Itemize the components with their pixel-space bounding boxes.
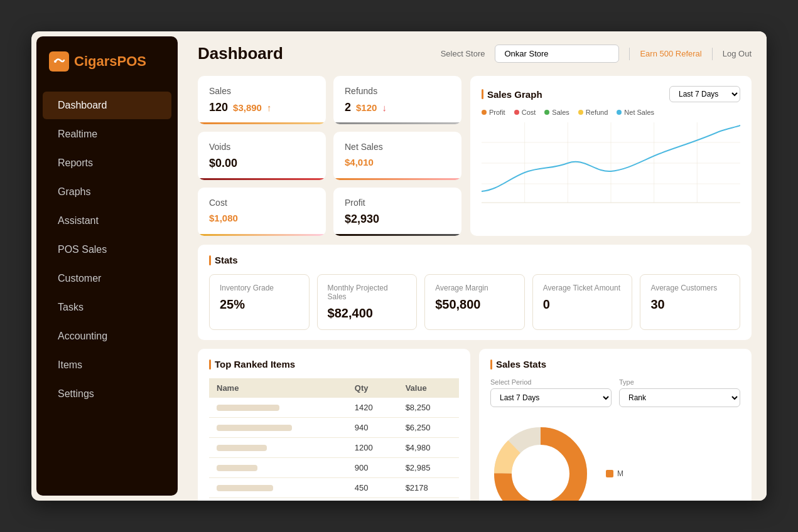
cost-amount: $1,080 <box>209 213 238 223</box>
avg-margin-label: Average Margin <box>435 284 514 292</box>
sales-chart-svg <box>482 122 740 204</box>
legend-cost: Cost <box>514 109 536 116</box>
legend-label-sales: Sales <box>552 109 569 116</box>
store-select[interactable] <box>495 45 619 63</box>
sales-stats-controls: Select Period Last 7 Days Last 30 Days T… <box>490 378 740 407</box>
row-name <box>209 458 347 478</box>
avg-ticket-value: 0 <box>543 297 622 312</box>
stats-avg-customers: Average Customers 30 <box>640 274 740 330</box>
sidebar-item-assistant[interactable]: Assistant <box>43 207 171 235</box>
sidebar-item-graphs[interactable]: Graphs <box>43 178 171 206</box>
legend-dot-sales <box>544 110 549 115</box>
sales-count: 120 <box>209 101 228 114</box>
cost-label: Cost <box>209 198 315 208</box>
voids-amount: $0.00 <box>209 157 237 170</box>
stats-section: Stats Inventory Grade 25% Monthly Projec… <box>198 245 752 340</box>
refunds-count: 2 <box>345 101 351 114</box>
donut-dot-m <box>606 470 613 477</box>
row-value: $2178 <box>398 478 459 498</box>
stats-grid: Inventory Grade 25% Monthly Projected Sa… <box>209 274 740 330</box>
row-qty: 940 <box>347 418 398 438</box>
row-value: $6,250 <box>398 418 459 438</box>
sales-card: Sales 120 $3,890 ↑ <box>198 76 326 124</box>
profit-amount: $2,930 <box>345 213 379 226</box>
earn-referal-link[interactable]: Earn 500 Referal <box>640 49 701 58</box>
name-bar <box>217 425 292 431</box>
row-name <box>209 418 347 438</box>
net-sales-amount: $4,010 <box>345 157 374 168</box>
voids-label: Voids <box>209 142 315 152</box>
monthly-projected-value: $82,400 <box>328 306 407 321</box>
donut-legend-item-m: M <box>606 469 623 478</box>
table-row: 450 $2178 <box>209 478 459 498</box>
net-sales-value: $4,010 <box>345 157 450 168</box>
sidebar-item-dashboard[interactable]: Dashboard <box>43 92 171 119</box>
refunds-card: Refunds 2 $120 ↓ <box>333 76 461 124</box>
top-ranked-card: Top Ranked Items Name Qty Value 1420 <box>198 349 470 501</box>
ranked-table: Name Qty Value 1420 $8,250 <box>209 378 459 498</box>
refunds-amount: $120 <box>356 102 377 113</box>
sales-label: Sales <box>209 86 315 96</box>
row-value: $8,250 <box>398 398 459 418</box>
donut-chart-svg <box>490 423 591 501</box>
main-content: Dashboard Select Store Earn 500 Referal … <box>183 31 767 501</box>
row-name <box>209 478 347 498</box>
type-control: Type Rank Value <box>619 378 740 407</box>
table-row: 1200 $4,980 <box>209 438 459 458</box>
type-control-label: Type <box>619 378 740 386</box>
avg-customers-label: Average Customers <box>650 284 730 292</box>
top-ranked-title: Top Ranked Items <box>209 359 459 370</box>
donut-label-m: M <box>617 469 623 478</box>
net-sales-label: Net Sales <box>345 142 450 152</box>
row-value: $2,985 <box>398 458 459 478</box>
sales-value: 120 $3,890 ↑ <box>209 101 315 114</box>
logout-link[interactable]: Log Out <box>723 49 752 58</box>
logo-area: CigarsPOS <box>36 36 178 84</box>
legend-refund: Refund <box>578 109 608 116</box>
period-control: Select Period Last 7 Days Last 30 Days <box>490 378 612 407</box>
legend-dot-refund <box>578 110 583 115</box>
graph-legend: Profit Cost Sales Refund <box>482 109 740 116</box>
voids-card: Voids $0.00 <box>198 132 326 180</box>
legend-sales: Sales <box>544 109 569 116</box>
sales-stats-card: Sales Stats Select Period Last 7 Days La… <box>479 349 752 501</box>
sidebar-item-realtime[interactable]: Realtime <box>43 120 171 148</box>
col-value: Value <box>398 378 459 398</box>
legend-dot-cost <box>514 110 519 115</box>
period-select[interactable]: Last 7 Days Last 30 Days Last 90 Days <box>669 86 740 102</box>
donut-area: M <box>490 417 740 501</box>
monthly-projected-label: Monthly Projected Sales <box>328 284 407 301</box>
avg-margin-value: $50,800 <box>435 297 514 312</box>
page-title: Dashboard <box>198 44 283 63</box>
sidebar-item-settings[interactable]: Settings <box>43 380 171 408</box>
cards-column: Sales 120 $3,890 ↑ Refunds 2 $120 ↓ <box>198 76 461 236</box>
row-qty: 1200 <box>347 438 398 458</box>
profit-label: Profit <box>345 198 450 208</box>
logo-name: Cigars <box>74 53 117 69</box>
legend-dot-profit <box>482 110 487 115</box>
sidebar-item-accounting[interactable]: Accounting <box>43 322 171 350</box>
name-bar <box>217 465 257 471</box>
legend-dot-netsales <box>617 110 622 115</box>
col-name: Name <box>209 378 347 398</box>
period-control-label: Select Period <box>490 378 612 386</box>
svg-point-13 <box>513 446 568 501</box>
sidebar-item-reports[interactable]: Reports <box>43 149 171 177</box>
inventory-grade-label: Inventory Grade <box>220 284 299 292</box>
sidebar-item-tasks[interactable]: Tasks <box>43 294 171 321</box>
select-store-label: Select Store <box>441 49 485 58</box>
legend-profit: Profit <box>482 109 505 116</box>
top-row: Sales 120 $3,890 ↑ Refunds 2 $120 ↓ <box>198 76 752 236</box>
chart-area <box>482 122 740 204</box>
row-name <box>209 438 347 458</box>
legend-label-cost: Cost <box>522 109 536 116</box>
row-qty: 1420 <box>347 398 398 418</box>
graph-header: Sales Graph Last 7 Days Last 30 Days Las… <box>482 86 740 102</box>
sidebar-item-customer[interactable]: Customer <box>43 265 171 292</box>
period-control-select[interactable]: Last 7 Days Last 30 Days <box>490 388 612 407</box>
sales-stats-title: Sales Stats <box>490 359 740 370</box>
type-control-select[interactable]: Rank Value <box>619 388 740 407</box>
sidebar-item-pos-sales[interactable]: POS Sales <box>43 236 171 263</box>
sidebar-item-items[interactable]: Items <box>43 351 171 379</box>
refunds-value: 2 $120 ↓ <box>345 101 450 114</box>
